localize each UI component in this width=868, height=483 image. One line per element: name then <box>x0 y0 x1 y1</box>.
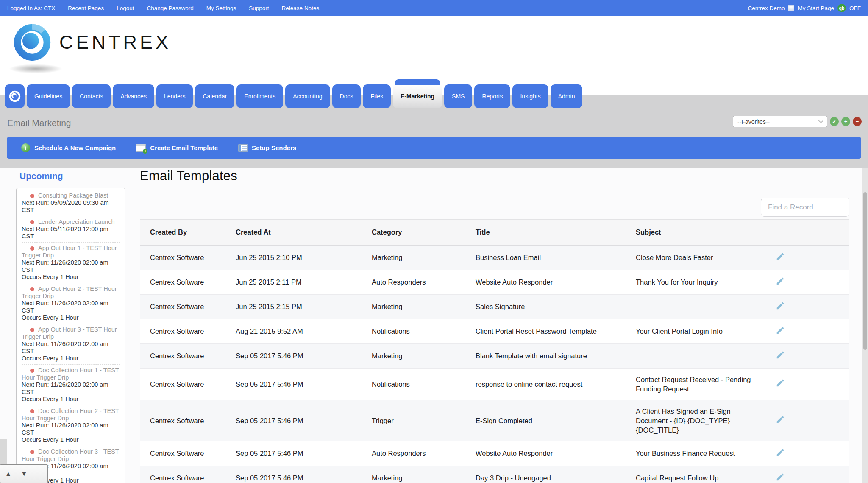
cell-edit <box>765 368 849 400</box>
edit-template-icon[interactable] <box>776 326 785 335</box>
cell-created-at: Sep 05 2017 5:46 PM <box>225 368 362 400</box>
favorites-apply-button[interactable]: ✓ <box>830 117 839 126</box>
logged-in-as-link[interactable]: Logged In As: CTX <box>7 5 55 11</box>
favorites-select[interactable]: --Favorites-- <box>733 116 827 127</box>
cell-subject: Contact Request Received - Pending Fundi… <box>626 368 765 400</box>
campaign-title: Consulting Package Blast <box>38 192 108 199</box>
edit-template-icon[interactable] <box>776 472 785 482</box>
tab-reports[interactable]: Reports <box>474 84 510 108</box>
tab-admin[interactable]: Admin <box>551 84 583 108</box>
table-row: Centrex Software Sep 05 2017 5:46 PM Mar… <box>140 466 849 483</box>
cell-category: Notifications <box>362 319 465 343</box>
cell-created-by: Centrex Software <box>140 294 225 319</box>
tab-accounting[interactable]: Accounting <box>285 84 330 108</box>
campaign-occurs: Occurs Every 1 Hour <box>22 355 120 362</box>
cell-category: Marketing <box>362 245 465 270</box>
campaign-title-line: Doc Collection Hour 1 - TEST Hour Trigge… <box>22 367 120 381</box>
recent-pages-link[interactable]: Recent Pages <box>68 5 104 11</box>
email-templates-heading: Email Templates <box>140 168 237 184</box>
my-start-page-checkbox[interactable] <box>788 5 794 11</box>
cell-subject: Capital Request Follow Up <box>626 466 765 483</box>
campaign-status-icon <box>30 194 34 198</box>
edit-template-icon[interactable] <box>776 252 785 261</box>
cell-created-by: Centrex Software <box>140 270 225 294</box>
tab-files[interactable]: Files <box>363 84 391 108</box>
campaign-item[interactable]: Consulting Package Blast Next Run: 05/09… <box>22 190 120 216</box>
my-settings-link[interactable]: My Settings <box>206 5 236 11</box>
campaign-item[interactable]: App Out Hour 1 - TEST Hour Trigger Drip … <box>22 243 120 283</box>
cell-subject: Your Business Finance Request <box>626 441 765 466</box>
campaign-occurs: Occurs Every 1 Hour <box>22 396 120 403</box>
campaign-item[interactable]: Lender Appreciation Launch Next Run: 05/… <box>22 216 120 243</box>
page-title: Email Marketing <box>7 118 71 128</box>
tab-lenders[interactable]: Lenders <box>156 84 193 108</box>
add-icon: + <box>21 143 30 152</box>
campaign-title: Doc Collection Hour 1 - TEST Hour Trigge… <box>22 367 119 381</box>
setup-senders-label: Setup Senders <box>252 144 296 151</box>
favorites-add-button[interactable]: + <box>841 117 850 126</box>
col-subject: Subject <box>626 220 765 245</box>
tab-enrollments[interactable]: Enrollments <box>236 84 283 108</box>
campaign-item[interactable]: Doc Collection Hour 2 - TEST Hour Trigge… <box>22 405 120 446</box>
centrex-swirl-icon <box>13 23 52 62</box>
create-email-template-link[interactable]: Create Email Template <box>136 144 218 152</box>
centrex-logo-text: CENTREX <box>59 31 171 53</box>
campaign-title-line: Consulting Package Blast <box>22 192 120 199</box>
campaign-title-line: Doc Collection Hour 2 - TEST Hour Trigge… <box>22 408 120 422</box>
tab-advances[interactable]: Advances <box>113 84 154 108</box>
table-row: Centrex Software Jun 25 2015 2:11 PM Aut… <box>140 270 849 294</box>
table-row: Centrex Software Sep 05 2017 5:46 PM Aut… <box>140 441 849 466</box>
favorites-controls: --Favorites-- ✓ + − <box>733 116 862 127</box>
tab-calendar[interactable]: Calendar <box>195 84 234 108</box>
cell-category: Notifications <box>362 368 465 400</box>
campaign-next-run: Next Run: 05/11/2020 12:00 pm CST <box>22 226 120 240</box>
campaign-title-line: Doc Collection Hour 3 - TEST Hour Trigge… <box>22 448 120 463</box>
cell-title: E-Sign Completed <box>465 400 626 441</box>
my-start-page-label: My Start Page <box>798 5 834 11</box>
cell-created-by: Centrex Software <box>140 400 225 441</box>
sidebar-scrollbar-track[interactable] <box>0 439 7 464</box>
campaign-title-line: Lender Appreciation Launch <box>22 218 120 226</box>
setup-senders-link[interactable]: Setup Senders <box>238 144 296 152</box>
tab-guidelines[interactable]: Guidelines <box>27 84 70 108</box>
campaign-title: Doc Collection Hour 2 - TEST Hour Trigge… <box>22 408 119 422</box>
cell-created-at: Sep 05 2017 5:46 PM <box>225 343 362 368</box>
cell-subject: Close More Deals Faster <box>626 245 765 270</box>
campaign-item[interactable]: Doc Collection Hour 1 - TEST Hour Trigge… <box>22 365 120 405</box>
edit-template-icon[interactable] <box>776 378 785 388</box>
logout-link[interactable]: Logout <box>117 5 134 11</box>
schedule-new-campaign-link[interactable]: + Schedule A New Campaign <box>21 143 116 152</box>
scroll-down-icon[interactable]: ▼ <box>22 471 26 477</box>
tab-insights[interactable]: Insights <box>512 84 548 108</box>
edit-template-icon[interactable] <box>776 350 785 360</box>
tab-contacts[interactable]: Contacts <box>72 84 111 108</box>
cell-created-at: Aug 21 2015 9:52 AM <box>225 319 362 343</box>
campaign-status-icon <box>30 220 34 224</box>
campaign-item[interactable]: App Out Hour 2 - TEST Hour Trigger Drip … <box>22 283 120 324</box>
edit-template-icon[interactable] <box>776 301 785 310</box>
edit-template-icon[interactable] <box>776 276 785 286</box>
campaign-status-icon <box>30 450 34 454</box>
cell-subject <box>626 343 765 368</box>
vertical-scrollbar[interactable] <box>862 168 868 483</box>
campaign-item[interactable]: App Out Hour 3 - TEST Hour Trigger Drip … <box>22 324 120 365</box>
tab-sms[interactable]: SMS <box>444 84 472 108</box>
find-record-input[interactable] <box>761 198 849 217</box>
tab-docs[interactable]: Docs <box>332 84 361 108</box>
tab-home[interactable] <box>5 84 25 108</box>
vertical-scrollbar-thumb[interactable] <box>863 192 867 350</box>
support-link[interactable]: Support <box>249 5 269 11</box>
release-notes-link[interactable]: Release Notes <box>282 5 320 11</box>
tab-e-marketing[interactable]: E-Marketing <box>393 84 442 108</box>
chevron-down-icon <box>818 118 823 123</box>
favorites-remove-button[interactable]: − <box>853 117 862 126</box>
edit-template-icon[interactable] <box>776 448 785 457</box>
edit-template-icon[interactable] <box>776 415 785 424</box>
table-row: Centrex Software Jun 25 2015 2:15 PM Mar… <box>140 294 849 319</box>
sidebar-scroll-buttons[interactable]: ▲ ▼ <box>0 464 48 483</box>
scroll-up-icon[interactable]: ▲ <box>6 471 10 477</box>
change-password-link[interactable]: Change Password <box>147 5 193 11</box>
campaign-title: App Out Hour 2 - TEST Hour Trigger Drip <box>22 285 117 299</box>
quickbooks-icon[interactable]: qb <box>837 4 846 12</box>
topbar-nav: Logged In As: CTX Recent Pages Logout Ch… <box>7 5 319 11</box>
